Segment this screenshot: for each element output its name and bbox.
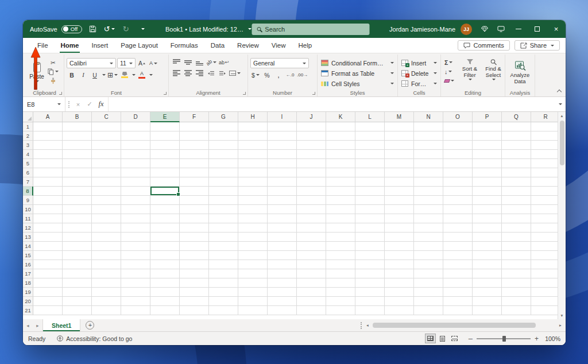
grid-cell[interactable] [385, 159, 414, 168]
grid-cell[interactable] [531, 141, 558, 150]
grid-cell[interactable] [326, 260, 355, 269]
grid-cell[interactable] [502, 122, 531, 131]
grid-cell[interactable] [268, 177, 297, 187]
grid-cell[interactable] [92, 196, 121, 205]
grid-cell[interactable] [150, 223, 180, 233]
grid-cell[interactable] [63, 278, 92, 288]
row-header[interactable]: 18 [23, 278, 33, 288]
cancel-button[interactable]: × [72, 97, 84, 111]
column-header[interactable]: O [443, 112, 473, 122]
grid-cell[interactable] [355, 214, 385, 223]
decrease-indent-button[interactable] [206, 69, 216, 78]
dialog-launcher-icon[interactable] [312, 92, 315, 95]
zoom-slider[interactable] [477, 335, 531, 343]
row-header[interactable]: 20 [23, 297, 33, 306]
grid-cell[interactable] [443, 131, 473, 141]
grid-cell[interactable] [92, 251, 121, 260]
grid-cell[interactable] [150, 177, 180, 187]
grid-cell[interactable] [121, 141, 150, 150]
grid-cell[interactable] [414, 288, 443, 297]
grid-cell[interactable] [209, 177, 238, 187]
grid-cell[interactable] [385, 288, 414, 297]
grid-cell[interactable] [385, 150, 414, 159]
premium-gem-button[interactable] [477, 20, 493, 38]
grid-cell[interactable] [355, 278, 385, 288]
grid-cell[interactable] [531, 214, 558, 223]
save-button[interactable] [86, 22, 99, 36]
grid-cell[interactable] [268, 187, 297, 196]
grid-cell[interactable] [414, 122, 443, 131]
grid-cell[interactable] [473, 214, 502, 223]
grid-cell[interactable] [33, 159, 63, 168]
grid-cell[interactable] [502, 269, 531, 278]
grid-cell[interactable] [473, 233, 502, 242]
grid-cell[interactable] [502, 278, 531, 288]
grid-cell[interactable] [326, 306, 355, 315]
grid-cell[interactable] [297, 122, 326, 131]
grid-cell[interactable] [63, 131, 92, 141]
row-header[interactable]: 11 [23, 214, 33, 223]
autosave-toggle[interactable]: Off [61, 25, 83, 33]
grid-cell[interactable] [92, 205, 121, 214]
grid-cell[interactable] [443, 242, 473, 251]
column-header[interactable]: C [92, 112, 121, 122]
grid-cell[interactable] [92, 297, 121, 306]
grid-cell[interactable] [414, 269, 443, 278]
grid-cell[interactable] [150, 297, 180, 306]
grid-cell[interactable] [473, 223, 502, 233]
grid-cell[interactable] [355, 288, 385, 297]
grid-cell[interactable] [180, 168, 209, 177]
grid-cell[interactable] [473, 159, 502, 168]
zoom-out-button[interactable]: – [469, 334, 473, 343]
grid-cell[interactable] [443, 269, 473, 278]
fill-button[interactable]: ↓ [443, 67, 457, 76]
align-center-button[interactable] [183, 69, 193, 78]
grid-cell[interactable] [180, 242, 209, 251]
cell-styles-button[interactable]: Cell Styles [320, 79, 395, 88]
grid-cell[interactable] [531, 223, 558, 233]
column-header[interactable]: G [209, 112, 238, 122]
grid-cell[interactable] [443, 141, 473, 150]
grid-cell[interactable] [121, 187, 150, 196]
grid-cell[interactable] [238, 233, 268, 242]
grid-cell[interactable] [443, 288, 473, 297]
grid-cell[interactable] [268, 205, 297, 214]
grid-cell[interactable] [150, 269, 180, 278]
grid-cell[interactable] [502, 260, 531, 269]
grid-cell[interactable] [443, 260, 473, 269]
grid-cell[interactable] [385, 297, 414, 306]
increase-font-size-button[interactable]: A [137, 59, 147, 68]
grid-cell[interactable] [297, 141, 326, 150]
grid-cell[interactable] [326, 214, 355, 223]
grid-cell[interactable] [209, 214, 238, 223]
wrap-text-button[interactable]: ab↩ [218, 58, 230, 67]
column-header[interactable]: M [385, 112, 414, 122]
grid-cell[interactable] [63, 187, 92, 196]
grid-cell[interactable] [531, 168, 558, 177]
grid-cell[interactable] [121, 196, 150, 205]
grid-cell[interactable] [33, 233, 63, 242]
grid-cell[interactable] [63, 122, 92, 131]
grid-cell[interactable] [150, 306, 180, 315]
grid-cell[interactable] [473, 269, 502, 278]
grid-cell[interactable] [502, 131, 531, 141]
grid-cell[interactable] [209, 131, 238, 141]
comma-style-button[interactable]: , [273, 71, 284, 79]
sheet-tab-sheet1[interactable]: Sheet1 [42, 319, 80, 331]
column-header[interactable]: E [150, 112, 180, 122]
tab-formulas[interactable]: Formulas [164, 38, 204, 53]
grid-cell[interactable] [63, 150, 92, 159]
analyze-data-button[interactable]: Analyze Data [508, 56, 532, 88]
grid-cell[interactable] [473, 122, 502, 131]
grid-cell[interactable] [150, 159, 180, 168]
grid-cell[interactable] [121, 168, 150, 177]
grid-cell[interactable] [209, 223, 238, 233]
grid-cell[interactable] [209, 288, 238, 297]
bottom-align-button[interactable] [194, 58, 204, 67]
grid-cell[interactable] [268, 278, 297, 288]
grid-cell[interactable] [180, 288, 209, 297]
grid-cell[interactable] [443, 150, 473, 159]
grid-cell[interactable] [150, 168, 180, 177]
grid-cell[interactable] [150, 233, 180, 242]
undo-button[interactable]: ↺ [103, 22, 115, 36]
